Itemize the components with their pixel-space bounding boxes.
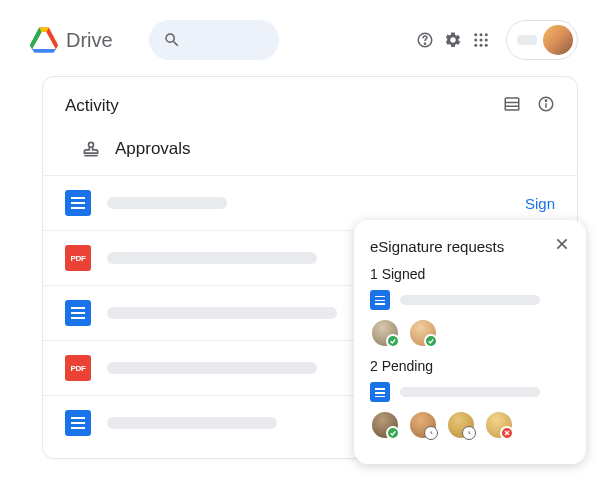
drive-logo-group[interactable]: Drive (30, 27, 113, 53)
drive-icon (30, 27, 58, 53)
list-view-icon[interactable] (503, 95, 521, 117)
doc-icon (65, 190, 91, 216)
app-header: Drive (0, 0, 608, 70)
check-badge (424, 334, 438, 348)
file-name-placeholder (107, 197, 227, 209)
svg-point-14 (474, 44, 477, 47)
signed-file[interactable] (370, 290, 570, 310)
svg-point-23 (89, 142, 94, 147)
search-icon (163, 31, 181, 49)
approvals-label: Approvals (115, 139, 191, 159)
pending-avatars (370, 410, 570, 440)
header-icons (416, 20, 578, 60)
doc-icon (65, 410, 91, 436)
file-name-placeholder (400, 387, 540, 397)
close-icon[interactable] (554, 236, 570, 256)
svg-marker-1 (32, 49, 56, 53)
info-icon[interactable] (537, 95, 555, 117)
avatar (370, 318, 400, 348)
svg-point-13 (485, 39, 488, 42)
avatar (484, 410, 514, 440)
clock-badge (424, 426, 438, 440)
svg-point-16 (485, 44, 488, 47)
svg-point-9 (480, 33, 483, 36)
account-placeholder (517, 35, 537, 45)
svg-point-7 (424, 43, 425, 44)
svg-point-15 (480, 44, 483, 47)
doc-icon (370, 382, 390, 402)
search-input[interactable] (149, 20, 279, 60)
apps-icon[interactable] (472, 31, 490, 49)
svg-point-10 (485, 33, 488, 36)
card-title: Activity (65, 96, 119, 116)
pdf-icon: PDF (65, 245, 91, 271)
card-header: Activity (43, 95, 577, 133)
clock-badge (462, 426, 476, 440)
doc-icon (370, 290, 390, 310)
file-name-placeholder (107, 307, 337, 319)
avatar (446, 410, 476, 440)
pending-section-title: 2 Pending (370, 358, 570, 374)
popup-header: eSignature requests (370, 236, 570, 256)
pdf-icon: PDF (65, 355, 91, 381)
help-icon[interactable] (416, 31, 434, 49)
account-chip[interactable] (506, 20, 578, 60)
file-name-placeholder (107, 252, 317, 264)
check-badge (386, 426, 400, 440)
svg-point-8 (474, 33, 477, 36)
popup-title: eSignature requests (370, 238, 504, 255)
x-badge (500, 426, 514, 440)
svg-point-11 (474, 39, 477, 42)
doc-icon (65, 300, 91, 326)
svg-point-22 (545, 100, 546, 101)
svg-point-12 (480, 39, 483, 42)
settings-icon[interactable] (444, 31, 462, 49)
file-name-placeholder (107, 417, 277, 429)
approvals-tab[interactable]: Approvals (43, 133, 577, 175)
sign-button[interactable]: Sign (525, 195, 555, 212)
file-name-placeholder (400, 295, 540, 305)
avatar (370, 410, 400, 440)
signed-avatars (370, 318, 570, 348)
svg-rect-17 (505, 98, 519, 110)
avatar (408, 410, 438, 440)
check-badge (386, 334, 400, 348)
pending-file[interactable] (370, 382, 570, 402)
file-name-placeholder (107, 362, 317, 374)
signed-section-title: 1 Signed (370, 266, 570, 282)
esignature-popup: eSignature requests 1 Signed 2 Pending (354, 220, 586, 464)
avatar (408, 318, 438, 348)
stamp-icon (81, 139, 101, 159)
app-name: Drive (66, 29, 113, 52)
avatar (543, 25, 573, 55)
